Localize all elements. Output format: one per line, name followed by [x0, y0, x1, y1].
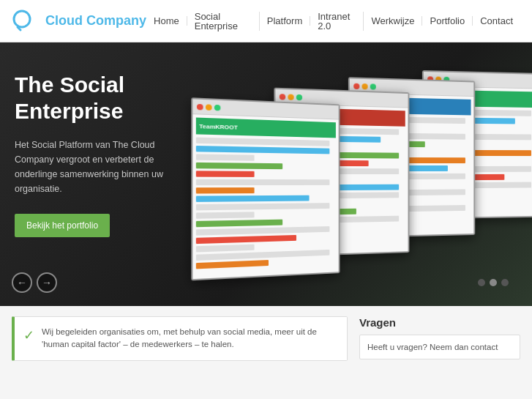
- main-nav: Home Social Enterprise Platform Intranet…: [146, 12, 520, 31]
- nav-social-enterprise[interactable]: Social Enterprise: [187, 12, 260, 31]
- logo-area[interactable]: Cloud Company: [12, 7, 146, 35]
- screenshot-1: TeamKROOT: [191, 97, 340, 280]
- vragen-title: Vragen: [359, 316, 520, 329]
- vragen-box: Heeft u vragen? Neem dan contact: [359, 335, 520, 359]
- hero-section: The SocialEnterprise Het Social Platform…: [0, 42, 532, 306]
- next-arrow[interactable]: →: [37, 272, 57, 293]
- nav-portfolio[interactable]: Portfolio: [422, 16, 473, 26]
- promo-box: ✓ Wij begeleiden organisaties om, met be…: [12, 316, 348, 361]
- prev-arrow[interactable]: ←: [12, 272, 32, 293]
- vragen-panel: Vragen Heeft u vragen? Neem dan contact: [359, 316, 520, 359]
- nav-home[interactable]: Home: [146, 16, 187, 26]
- header: Cloud Company Home Social Enterprise Pla…: [0, 0, 532, 42]
- hero-text: The SocialEnterprise Het Social Platform…: [15, 72, 176, 237]
- dot-1[interactable]: [478, 279, 485, 286]
- bottom-section: ✓ Wij begeleiden organisaties om, met be…: [0, 306, 532, 399]
- cta-button[interactable]: Bekijk het portfolio: [15, 214, 110, 237]
- dot-2[interactable]: [490, 279, 497, 286]
- check-icon: ✓: [23, 327, 34, 343]
- logo-icon: [12, 7, 40, 35]
- hero-title: The SocialEnterprise: [15, 72, 176, 124]
- hero-description: Het Social Platform van The Cloud Compan…: [15, 138, 176, 196]
- dot-3[interactable]: [501, 279, 509, 286]
- carousel-controls: ← →: [0, 272, 532, 293]
- nav-werkwijze[interactable]: Werkwijze: [364, 16, 422, 26]
- nav-arrows: ← →: [12, 272, 57, 293]
- nav-intranet[interactable]: Intranet 2.0: [310, 12, 364, 31]
- screenshots-area: TeamKROOT: [195, 64, 532, 291]
- logo-text: Cloud Company: [45, 13, 146, 29]
- carousel-dots: [478, 279, 509, 286]
- svg-point-0: [14, 11, 30, 27]
- promo-text: Wij begeleiden organisaties om, met behu…: [42, 326, 338, 351]
- nav-platform[interactable]: Platform: [260, 16, 310, 26]
- nav-contact[interactable]: Contact: [473, 16, 520, 26]
